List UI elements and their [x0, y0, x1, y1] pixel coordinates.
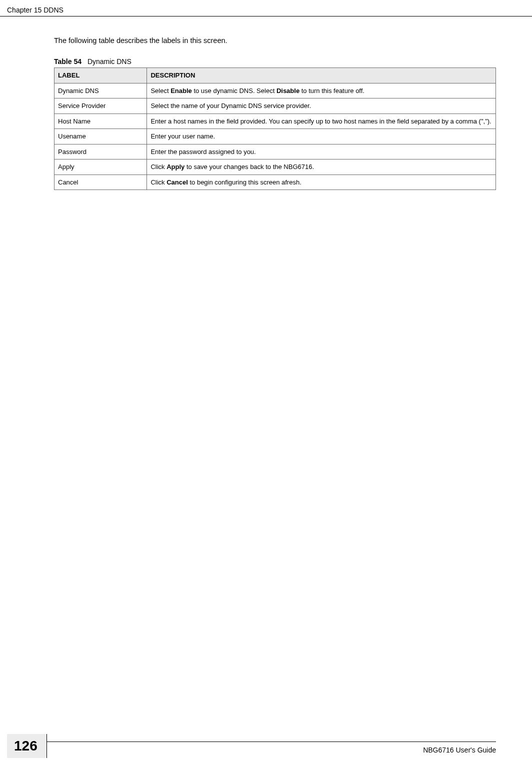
page-footer: 126 NBG6716 User's Guide — [0, 742, 532, 758]
table-cell-label: Service Provider — [54, 98, 147, 114]
table-row: Service ProviderSelect the name of your … — [54, 98, 496, 114]
page: Chapter 15 DDNS The following table desc… — [0, 0, 532, 762]
table-row: ApplyClick Apply to save your changes ba… — [54, 160, 496, 175]
table-cell-description: Enter a host names in the field provided… — [147, 114, 496, 129]
table-cell-description: Click Apply to save your changes back to… — [147, 160, 496, 175]
table-caption: Table 54 Dynamic DNS — [54, 58, 496, 66]
table-cell-label: Password — [54, 144, 147, 160]
table-cell-label: Cancel — [54, 174, 147, 190]
chapter-title: Chapter 15 DDNS — [7, 6, 64, 14]
table-row: Dynamic DNSSelect Enable to use dynamic … — [54, 83, 496, 98]
table-header-description: DESCRIPTION — [147, 68, 496, 84]
table-row: Host NameEnter a host names in the field… — [54, 114, 496, 129]
table-cell-label: Host Name — [54, 114, 147, 129]
table-cell-label: Apply — [54, 160, 147, 175]
table-cell-description: Enter your user name. — [147, 129, 496, 144]
content-area: The following table describes the labels… — [0, 16, 532, 190]
table-cell-description: Enter the password assigned to you. — [147, 144, 496, 160]
table-cell-description: Select the name of your Dynamic DNS serv… — [147, 98, 496, 114]
table-row: UsenameEnter your user name. — [54, 129, 496, 144]
table-title: Dynamic DNS — [88, 58, 132, 66]
table-header-label: LABEL — [54, 68, 147, 84]
table-cell-label: Dynamic DNS — [54, 83, 147, 98]
table-number: Table 54 — [54, 58, 82, 66]
table-row: PasswordEnter the password assigned to y… — [54, 144, 496, 160]
guide-title: NBG6716 User's Guide — [423, 746, 496, 758]
intro-text: The following table describes the labels… — [54, 36, 496, 44]
dynamic-dns-table: LABEL DESCRIPTION Dynamic DNSSelect Enab… — [54, 68, 496, 190]
table-row: CancelClick Cancel to begin configuring … — [54, 174, 496, 190]
page-number: 126 — [7, 734, 47, 758]
table-cell-description: Click Cancel to begin configuring this s… — [147, 174, 496, 190]
page-header: Chapter 15 DDNS — [0, 0, 532, 16]
table-cell-label: Usename — [54, 129, 147, 144]
table-cell-description: Select Enable to use dynamic DNS. Select… — [147, 83, 496, 98]
table-header-row: LABEL DESCRIPTION — [54, 68, 496, 84]
